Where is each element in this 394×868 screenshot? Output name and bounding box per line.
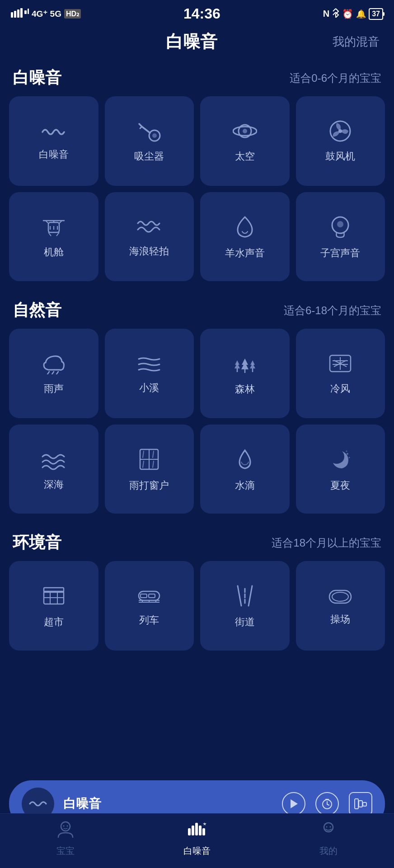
sound-item-summer-night[interactable]: 夏夜 xyxy=(296,425,385,514)
bottom-navigation: 宝宝 白噪音 我的 xyxy=(0,813,394,868)
sound-item-rain-window[interactable]: 雨打窗户 xyxy=(105,425,194,514)
section-ambient-header: 环境音 适合18个月以上的宝宝 xyxy=(9,527,385,561)
svg-rect-2 xyxy=(17,9,19,18)
page-title: 白噪音 xyxy=(51,30,333,53)
mix-button[interactable] xyxy=(349,792,372,816)
svg-marker-35 xyxy=(250,360,255,365)
sound-item-stream[interactable]: 小溪 xyxy=(105,329,194,418)
sound-item-cold-wind[interactable]: 冷风 xyxy=(296,329,385,418)
train-icon xyxy=(137,586,161,609)
rain-icon xyxy=(42,353,66,378)
white-noise-icon xyxy=(42,122,66,144)
nav-item-baby[interactable]: 宝宝 xyxy=(43,821,88,857)
sound-item-deep-sea[interactable]: 深海 xyxy=(9,425,98,514)
sound-item-supermarket[interactable]: 超市 xyxy=(9,561,98,651)
nav-item-mine[interactable]: 我的 xyxy=(306,821,351,857)
sound-item-waves[interactable]: 海浪轻拍 xyxy=(105,192,194,282)
nav-item-whitenoise[interactable]: 白噪音 xyxy=(174,821,220,857)
gym-icon xyxy=(328,587,353,609)
svg-line-8 xyxy=(142,127,150,133)
cold-wind-icon xyxy=(328,353,352,378)
main-scroll: 白噪音 适合0-6个月的宝宝 白噪音 xyxy=(0,62,394,745)
svg-point-55 xyxy=(349,457,350,458)
sound-item-space[interactable]: 太空 xyxy=(200,96,290,186)
water-drop-icon xyxy=(233,448,257,475)
svg-line-50 xyxy=(143,451,144,458)
stream-icon xyxy=(137,354,161,377)
section-white-noise-subtitle: 适合0-6个月的宝宝 xyxy=(290,71,381,85)
section-ambient: 环境音 适合18个月以上的宝宝 超市 xyxy=(9,527,385,651)
cabin-icon xyxy=(42,216,66,241)
nature-grid: 雨声 小溪 xyxy=(9,329,385,514)
sound-label-vacuum: 吸尘器 xyxy=(134,150,164,163)
white-noise-grid: 白噪音 吸尘器 xyxy=(9,96,385,281)
summer-night-icon xyxy=(328,448,352,475)
nfc-icon: N xyxy=(323,9,329,19)
nav-label-baby: 宝宝 xyxy=(56,845,75,857)
sound-item-amniotic[interactable]: 羊水声音 xyxy=(200,192,290,282)
sound-item-fan[interactable]: 鼓风机 xyxy=(296,96,385,186)
amniotic-icon xyxy=(235,215,255,242)
sound-item-forest[interactable]: 森林 xyxy=(200,329,290,418)
status-bar: 4G⁺ 5G HD₂ 14:36 N ⏰ 🔔 37 xyxy=(0,0,394,26)
section-ambient-subtitle: 适合18个月以上的宝宝 xyxy=(272,536,381,550)
app-header: 白噪音 我的混音 xyxy=(0,26,394,62)
player-controls xyxy=(282,792,372,816)
svg-rect-89 xyxy=(192,826,194,835)
sound-item-womb[interactable]: 子宫声音 xyxy=(296,192,385,282)
svg-rect-1 xyxy=(14,11,16,18)
svg-line-29 xyxy=(52,372,54,374)
sound-label-forest: 森林 xyxy=(235,383,255,396)
sound-label-white-noise: 白噪音 xyxy=(39,148,69,161)
street-icon xyxy=(233,584,257,611)
svg-line-10 xyxy=(140,127,142,128)
sound-label-fan: 鼓风机 xyxy=(325,150,355,163)
section-nature: 自然音 适合6-18个月的宝宝 雨声 xyxy=(9,295,385,514)
sound-label-summer-night: 夏夜 xyxy=(330,479,350,492)
my-mix-button[interactable]: 我的混音 xyxy=(333,34,380,50)
now-playing-title: 白噪音 xyxy=(63,795,273,812)
signal-icon xyxy=(11,8,29,20)
sound-item-white-noise[interactable]: 白噪音 xyxy=(9,96,98,186)
svg-point-95 xyxy=(329,826,331,828)
vacuum-icon xyxy=(137,120,161,146)
forest-icon xyxy=(233,352,257,378)
sound-item-water-drop[interactable]: 水滴 xyxy=(200,425,290,514)
supermarket-icon xyxy=(42,584,66,611)
svg-line-51 xyxy=(153,451,154,458)
svg-line-71 xyxy=(249,586,252,606)
svg-rect-0 xyxy=(11,12,13,18)
section-white-noise-header: 白噪音 适合0-6个月的宝宝 xyxy=(9,62,385,96)
svg-rect-63 xyxy=(141,594,147,598)
sound-item-vacuum[interactable]: 吸尘器 xyxy=(105,96,194,186)
section-ambient-title: 环境音 xyxy=(13,532,61,554)
svg-rect-5 xyxy=(28,9,29,14)
svg-point-87 xyxy=(67,826,68,827)
sound-item-street[interactable]: 街道 xyxy=(200,561,290,651)
network-type: 4G⁺ 5G xyxy=(32,9,61,19)
svg-point-86 xyxy=(63,826,65,827)
nav-label-whitenoise: 白噪音 xyxy=(183,845,211,857)
svg-marker-77 xyxy=(291,799,298,808)
timer-button[interactable] xyxy=(315,792,339,816)
svg-point-85 xyxy=(61,822,70,831)
play-button[interactable] xyxy=(282,792,305,816)
svg-rect-64 xyxy=(149,594,155,598)
svg-marker-32 xyxy=(235,360,239,365)
sound-item-cabin[interactable]: 机舱 xyxy=(9,192,98,282)
nav-label-mine: 我的 xyxy=(319,845,338,857)
baby-nav-icon xyxy=(56,821,75,842)
svg-rect-4 xyxy=(24,10,27,14)
alarm-icon: ⏰ xyxy=(342,9,353,19)
svg-rect-82 xyxy=(355,799,358,809)
fan-icon xyxy=(328,120,352,146)
svg-point-13 xyxy=(243,129,247,133)
notification-icon: 🔔 xyxy=(356,9,366,19)
status-left: 4G⁺ 5G HD₂ xyxy=(11,8,81,20)
sound-item-train[interactable]: 列车 xyxy=(105,561,194,651)
sound-item-gym[interactable]: 操场 xyxy=(296,561,385,651)
status-right: N ⏰ 🔔 37 xyxy=(323,8,383,20)
ambient-grid: 超市 列车 xyxy=(9,561,385,651)
sound-item-rain[interactable]: 雨声 xyxy=(9,329,98,418)
svg-rect-90 xyxy=(195,823,198,835)
